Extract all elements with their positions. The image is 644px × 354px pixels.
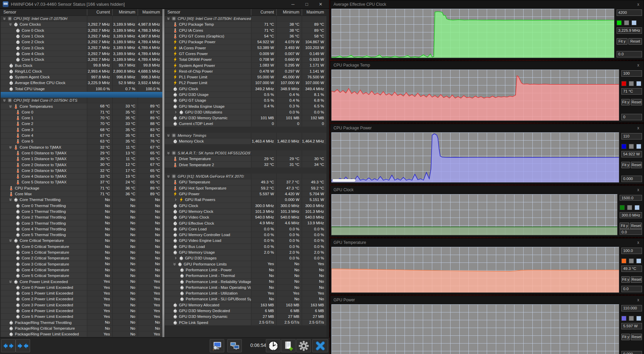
chevron-down-icon[interactable] bbox=[9, 239, 12, 242]
sensor-row[interactable]: Package/Ring Critical TemperatureNoNoNo bbox=[1, 326, 162, 331]
graph-titlebar[interactable]: GPU Clockx bbox=[330, 186, 644, 194]
monitor-search-button[interactable] bbox=[210, 339, 224, 352]
series-color-swatch[interactable] bbox=[620, 205, 625, 210]
chevron-down-icon[interactable] bbox=[3, 17, 6, 20]
graph-titlebar[interactable]: Average Effective CPU Clockx bbox=[330, 0, 644, 8]
sensor-row[interactable]: CPU IA Cores71 °C38 °C89 °C bbox=[165, 28, 326, 33]
sensor-row[interactable]: GPU GT Usage0.5 %0.4 %6.8 % bbox=[165, 98, 326, 103]
chevron-down-icon[interactable] bbox=[9, 105, 12, 108]
sensor-row[interactable]: PCIe Link Speed2.5 GT/s2.5 GT/s2.5 GT/s bbox=[165, 320, 326, 325]
column-minimum[interactable]: Minimum bbox=[112, 9, 138, 16]
sensor-row[interactable]: GPU Performance LimitsYesNoYes bbox=[165, 261, 326, 267]
background-color-swatch[interactable] bbox=[629, 258, 634, 263]
y-max-box[interactable]: 100 bbox=[621, 70, 642, 77]
sensor-row[interactable]: GPU Effective Clock4.9 MHz4.6 MHz13.9 MH… bbox=[165, 220, 326, 226]
sensor-row[interactable]: Core 0 Thermal ThrottlingNoNoNo bbox=[1, 203, 162, 209]
reset-button[interactable]: Reset bbox=[628, 38, 642, 45]
sensor-row[interactable]: GPU Video Engine Load0.0 %0.0 %0.0 % bbox=[165, 238, 326, 244]
sensor-row[interactable]: Core 2 Distance to TjMAX30 °C12 °C67 °C bbox=[1, 162, 162, 168]
sensor-row[interactable]: GPU D3D Usage0.5 %0.4 %8.1 % bbox=[165, 92, 326, 98]
sensor-row[interactable]: Current cTDP Level000 bbox=[165, 121, 326, 127]
sensor-row[interactable]: GPU D3D Memory Dedicated6 MB6 MB6 MB bbox=[165, 308, 326, 314]
sensor-row[interactable]: Core 2 Power Limit ExceededYesNoYes bbox=[1, 296, 162, 302]
sensor-row[interactable]: System Agent Power1.083 W0.295 W1.171 W bbox=[165, 62, 326, 68]
sensor-row[interactable]: Core 5 Clock3,292.7 MHz3,189.9 MHz4,789.… bbox=[1, 57, 162, 62]
sensor-row[interactable]: Performance Limit - PowerNoNoNo bbox=[165, 267, 326, 273]
sensor-row[interactable]: Bus Clock99.8 MHz99.7 MHz99.8 MHz bbox=[1, 62, 162, 68]
sensor-row[interactable]: Ring/LLC Clock2,993.4 MHz2,890.8 MHz4,68… bbox=[1, 69, 162, 74]
sensor-row[interactable]: Core 5 Distance to TjMAX37 °C24 °C65 °C bbox=[1, 179, 162, 185]
y-max-box[interactable]: 4200 bbox=[617, 9, 642, 16]
sensor-row[interactable]: GPU Memory Usage2.0 %2.0 %2.0 % bbox=[165, 250, 326, 255]
fit-y-button[interactable]: Fit y bbox=[621, 334, 630, 340]
close-button[interactable]: ✕ bbox=[315, 1, 326, 8]
grid-color-swatch[interactable] bbox=[636, 144, 641, 149]
series-color-swatch[interactable] bbox=[621, 258, 626, 263]
sensor-row[interactable]: Core 467 °C35 °C81 °C bbox=[1, 133, 162, 138]
sensor-row[interactable]: GPU Rail Powers0.000 W5.151 W bbox=[165, 197, 326, 203]
section-header-row[interactable]: CPU [#0]: Intel Core i7-10750H: DTS bbox=[1, 98, 162, 103]
section-header-row[interactable]: S.M.A.R.T.: SK hynix PC601 HFS512GD9T... bbox=[165, 150, 326, 156]
background-color-swatch[interactable] bbox=[629, 316, 634, 321]
sensor-row[interactable]: Core 071 °C35 °C87 °C bbox=[1, 109, 162, 115]
titlebar[interactable]: HWiNFO64 v7.03-4460 Sensor Status [166 v… bbox=[0, 0, 329, 9]
sensor-row[interactable]: Core Clocks3,292.7 MHz3,189.9 MHz4,987.8… bbox=[1, 22, 162, 27]
grid-color-swatch[interactable] bbox=[631, 20, 637, 25]
sensor-row[interactable]: Core Power Limit ExceededYesNoYes bbox=[1, 279, 162, 284]
sensor-row[interactable]: Core Thermal ThrottlingNoNoNo bbox=[1, 197, 162, 203]
sensor-row[interactable]: Rest-of-Chip Power0.478 W0.297 W1.141 W bbox=[165, 69, 326, 74]
sensor-row[interactable]: GPU Media Engine Usage0.4 %0.3 %6.5 % bbox=[165, 103, 326, 109]
sensor-row[interactable]: Core 3 Critical TemperatureNoNoNo bbox=[1, 261, 162, 267]
settings-button[interactable] bbox=[296, 339, 311, 352]
maximize-button[interactable]: □ bbox=[301, 1, 313, 8]
sensor-row[interactable]: Core 1 Thermal ThrottlingNoNoNo bbox=[1, 209, 162, 214]
graph-titlebar[interactable]: CPU Package Powerx bbox=[330, 124, 644, 132]
reset-button[interactable]: Reset bbox=[631, 276, 642, 283]
sensor-row[interactable]: Core 1 Power Limit ExceededYesNoYes bbox=[1, 290, 162, 296]
background-color-swatch[interactable] bbox=[627, 205, 632, 210]
column-minimum[interactable]: Minimum bbox=[276, 9, 302, 16]
sensor-row[interactable]: Memory Clock1,463.4 MHz1,462.0 MHz1,464.… bbox=[165, 138, 326, 144]
collapse-columns-button[interactable] bbox=[16, 339, 30, 352]
section-header-row[interactable]: Memory Timings bbox=[165, 133, 326, 138]
sensor-row[interactable]: Drive Temperature 232 °C31 °C34 °C bbox=[165, 162, 326, 168]
selected-row[interactable] bbox=[1, 92, 162, 98]
y-max-box[interactable]: 1500.0 bbox=[620, 195, 642, 201]
sensor-row[interactable]: Core 0 Distance to TjMAX29 °C13 °C65 °C bbox=[1, 150, 162, 156]
fit-y-button[interactable]: Fit y bbox=[617, 38, 627, 45]
sensor-row[interactable]: CPU Package71 °C36 °C89 °C bbox=[1, 185, 162, 191]
sensor-row[interactable]: GPU Power5.597 W4.420 W5.704 W bbox=[165, 191, 326, 197]
fit-y-button[interactable]: Fit y bbox=[621, 99, 630, 105]
chevron-down-icon[interactable] bbox=[3, 99, 6, 102]
sensor-row[interactable]: Package/Ring Thermal ThrottlingNoNoNo bbox=[1, 320, 162, 325]
sensor-row[interactable]: GPU D3D Memory Dynamic27 MB27 MB27 MB bbox=[165, 314, 326, 320]
y-min-box[interactable]: 0.000 bbox=[621, 176, 642, 182]
reset-button[interactable]: Reset bbox=[631, 162, 642, 168]
h-scrollbar-thumb[interactable] bbox=[332, 179, 355, 182]
chevron-down-icon[interactable] bbox=[167, 175, 170, 178]
sensor-row[interactable]: Core 4 Power Limit ExceededYesNoYes bbox=[1, 308, 162, 314]
report-log-button[interactable] bbox=[281, 339, 296, 352]
sensor-row[interactable]: Core 170 °C35 °C89 °C bbox=[1, 115, 162, 121]
sensor-row[interactable]: GPU Memory Controller Load0.0 %0.0 %0.0 … bbox=[165, 232, 326, 238]
reset-button[interactable]: Reset bbox=[631, 334, 642, 340]
sensor-row[interactable]: Core Temperatures68 °C33 °C89 °C bbox=[1, 103, 162, 109]
sensor-row[interactable]: Core 4 Clock3,292.7 MHz3,189.9 MHz4,789.… bbox=[1, 51, 162, 57]
sensor-row[interactable]: Core 368 °C35 °C83 °C bbox=[1, 127, 162, 133]
sensor-row[interactable]: Core 0 Power Limit ExceededYesNoYes bbox=[1, 285, 162, 290]
sensor-row[interactable]: GPU Video Clock540.0 MHz540.0 MHz540.0 M… bbox=[165, 214, 326, 220]
sensor-row[interactable]: Core Critical TemperatureNoNoNo bbox=[1, 238, 162, 244]
fit-y-button[interactable]: Fit y bbox=[620, 223, 629, 229]
sensor-row[interactable]: Performance Limit - UtilizationYesYesYes bbox=[165, 290, 326, 296]
series-color-swatch[interactable] bbox=[621, 316, 626, 321]
sensor-row[interactable]: PL2 Power Limit107.000 W107.000 W107.000… bbox=[165, 80, 326, 86]
sensor-row[interactable]: GPU Clock349.2 MHz348.9 MHz349.4 MHz bbox=[165, 86, 326, 92]
column-current[interactable]: Current bbox=[251, 9, 276, 16]
sensor-row[interactable]: Performance Limit - ThermalNoNoNo bbox=[165, 273, 326, 279]
sensor-row[interactable]: GPU D3D Memory Dynamic101 MB101 MB192 MB bbox=[165, 115, 326, 121]
sensor-row[interactable]: Drive Temperature29 °C29 °C30 °C bbox=[165, 156, 326, 162]
series-color-swatch[interactable] bbox=[621, 81, 626, 86]
sensor-row[interactable]: GPU Memory Clock101.3 MHz101.3 MHz101.3 … bbox=[165, 209, 326, 214]
grid-color-swatch[interactable] bbox=[635, 205, 640, 210]
reset-button[interactable]: Reset bbox=[631, 99, 642, 105]
